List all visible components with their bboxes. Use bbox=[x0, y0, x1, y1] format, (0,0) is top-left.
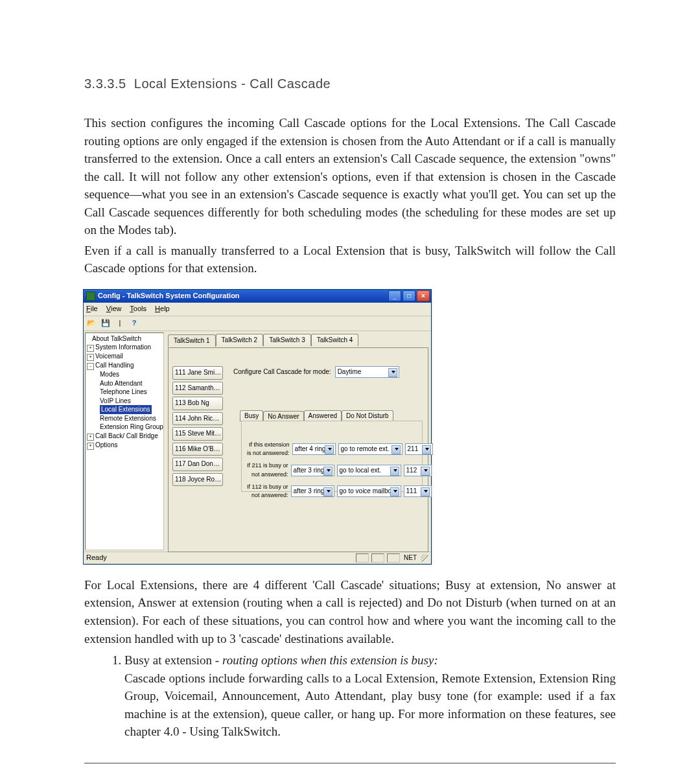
toolbar: 📂 💾 | ? bbox=[84, 316, 431, 331]
row-label: If 112 is busy ornot answered: bbox=[247, 483, 288, 500]
intro-paragraph-1: This section configures the incoming Cal… bbox=[84, 114, 616, 239]
minimize-button[interactable]: _ bbox=[388, 290, 401, 301]
tree-callhandling[interactable]: -Call Handling bbox=[87, 361, 162, 370]
extension-button[interactable]: 113 Bob Ng bbox=[172, 397, 223, 410]
status-cell bbox=[387, 553, 400, 563]
status-cell bbox=[371, 553, 384, 563]
close-button[interactable]: × bbox=[417, 290, 430, 301]
window-title: Config - TalkSwitch System Configuration bbox=[98, 291, 240, 301]
list-item-head: Busy at extension - bbox=[124, 653, 222, 667]
tree-options[interactable]: +Options bbox=[87, 441, 162, 450]
list-item-italic: routing options when this extension is b… bbox=[222, 653, 438, 667]
tab-answered[interactable]: Answered bbox=[304, 410, 342, 422]
expand-icon[interactable]: + bbox=[87, 443, 94, 450]
tree-voicemail[interactable]: +Voicemail bbox=[87, 352, 162, 361]
screenshot: Config - TalkSwitch System Configuration… bbox=[84, 289, 616, 564]
save-icon[interactable]: 💾 bbox=[100, 318, 111, 329]
window-buttons: _ □ × bbox=[388, 290, 430, 301]
extension-button[interactable]: 111 Jane Smi… bbox=[172, 366, 223, 380]
status-ready: Ready bbox=[86, 553, 107, 563]
cascade-tabs: Busy No Answer Answered Do Not Disturb bbox=[240, 410, 393, 422]
collapse-icon[interactable]: - bbox=[87, 363, 94, 370]
tree-callback[interactable]: +Call Back/ Call Bridge bbox=[87, 432, 162, 441]
app-icon bbox=[86, 292, 95, 301]
extension-button[interactable]: 112 Samanth… bbox=[172, 382, 223, 395]
tab-talkswitch-4[interactable]: TalkSwitch 4 bbox=[311, 334, 359, 347]
tab-do-not-disturb[interactable]: Do Not Disturb bbox=[342, 410, 393, 422]
cascade-box: If this extensionis not answered: after … bbox=[241, 421, 423, 492]
extension-list: 111 Jane Smi… 112 Samanth… 113 Bob Ng 11… bbox=[172, 366, 223, 486]
app-window: Config - TalkSwitch System Configuration… bbox=[83, 289, 432, 564]
ext-dropdown[interactable]: 211 bbox=[405, 443, 433, 455]
tab-busy[interactable]: Busy bbox=[240, 410, 263, 422]
tree-sysinfo[interactable]: +System Information bbox=[87, 343, 162, 352]
status-cells: NET bbox=[356, 553, 428, 563]
menu-tools[interactable]: Tools bbox=[130, 305, 146, 312]
menu-help[interactable]: Help bbox=[155, 305, 170, 312]
menu-view[interactable]: View bbox=[106, 305, 122, 312]
tab-talkswitch-2[interactable]: TalkSwitch 2 bbox=[216, 334, 264, 347]
status-cell bbox=[356, 553, 369, 563]
action-dropdown[interactable]: go to local ext. bbox=[337, 465, 401, 476]
section-number: 3.3.3.5 bbox=[84, 76, 126, 91]
list-item-body: Cascade options include forwarding calls… bbox=[124, 671, 616, 739]
tree-remote-extensions[interactable]: Remote Extensions bbox=[87, 414, 162, 423]
section-title: Local Extensions - Call Cascade bbox=[134, 76, 331, 91]
document-page: 3.3.3.5 Local Extensions - Call Cascade … bbox=[0, 0, 700, 768]
tab-talkswitch-1[interactable]: TalkSwitch 1 bbox=[168, 334, 216, 347]
expand-icon[interactable]: + bbox=[87, 434, 94, 441]
expand-icon[interactable]: + bbox=[87, 354, 94, 361]
page-footer: 3.0 Configuring TalkSwitch 55 bbox=[84, 763, 616, 768]
action-dropdown[interactable]: go to remote ext. bbox=[338, 443, 402, 455]
nav-tree[interactable]: About TalkSwitch +System Information +Vo… bbox=[85, 332, 164, 550]
extension-button[interactable]: 118 Joyce Ro… bbox=[172, 473, 223, 487]
mode-chooser: Configure Call Cascade for mode: Daytime bbox=[233, 366, 399, 378]
cascade-list: Busy at extension - routing options when… bbox=[124, 651, 616, 741]
extension-button[interactable]: 115 Steve Mit… bbox=[172, 427, 223, 441]
help-icon[interactable]: ? bbox=[129, 318, 139, 329]
intro-paragraph-2: Even if a call is manually transferred t… bbox=[84, 242, 616, 277]
rings-dropdown[interactable]: after 4 rings bbox=[292, 443, 336, 455]
tree-voip-lines[interactable]: VoIP Lines bbox=[87, 397, 162, 406]
action-dropdown[interactable]: go to voice mailbox bbox=[337, 485, 401, 497]
tree-modes[interactable]: Modes bbox=[87, 370, 162, 379]
section-heading: 3.3.3.5 Local Extensions - Call Cascade bbox=[84, 75, 616, 93]
cascade-row: If this extensionis not answered: after … bbox=[247, 441, 417, 458]
ext-dropdown[interactable]: 111 bbox=[404, 485, 432, 497]
titlebar[interactable]: Config - TalkSwitch System Configuration… bbox=[84, 290, 431, 303]
rings-dropdown[interactable]: after 3 rings bbox=[291, 485, 334, 497]
extension-button[interactable]: 114 John Ric… bbox=[172, 412, 223, 426]
main-pane: TalkSwitch 1 TalkSwitch 2 TalkSwitch 3 T… bbox=[165, 331, 431, 552]
row-label: If this extensionis not answered: bbox=[247, 441, 290, 458]
tree-about[interactable]: About TalkSwitch bbox=[87, 334, 162, 343]
cascade-row: If 211 is busy ornot answered: after 3 r… bbox=[247, 461, 417, 478]
rings-dropdown[interactable]: after 3 rings bbox=[291, 465, 334, 476]
tree-ring-groups[interactable]: Extension Ring Groups bbox=[87, 423, 162, 432]
expand-icon[interactable]: + bbox=[87, 345, 94, 352]
toolbar-separator: | bbox=[115, 318, 125, 329]
statusbar: Ready NET bbox=[84, 552, 431, 564]
list-item: Busy at extension - routing options when… bbox=[124, 651, 616, 741]
maximize-button[interactable]: □ bbox=[402, 290, 415, 301]
tab-talkswitch-3[interactable]: TalkSwitch 3 bbox=[263, 334, 311, 347]
mode-label: Configure Call Cascade for mode: bbox=[233, 367, 331, 377]
extension-button[interactable]: 116 Mike O'B… bbox=[172, 443, 223, 456]
tree-local-extensions[interactable]: Local Extensions bbox=[87, 405, 162, 414]
tree-telephone-lines[interactable]: Telephone Lines bbox=[87, 388, 162, 397]
cascade-row: If 112 is busy ornot answered: after 3 r… bbox=[247, 483, 417, 500]
menu-file[interactable]: File bbox=[86, 305, 98, 312]
tab-body: 111 Jane Smi… 112 Samanth… 113 Bob Ng 11… bbox=[168, 347, 428, 552]
mode-dropdown[interactable]: Daytime bbox=[335, 366, 399, 378]
window-body: About TalkSwitch +System Information +Vo… bbox=[84, 331, 431, 552]
menubar[interactable]: File View Tools Help bbox=[84, 303, 431, 316]
post-paragraph: For Local Extensions, there are 4 differ… bbox=[84, 576, 616, 647]
tree-autoattendant[interactable]: Auto Attendant bbox=[87, 379, 162, 388]
open-icon[interactable]: 📂 bbox=[86, 318, 97, 329]
extension-button[interactable]: 117 Dan Don… bbox=[172, 458, 223, 471]
row-label: If 211 is busy ornot answered: bbox=[247, 461, 288, 478]
ext-dropdown[interactable]: 112 bbox=[404, 465, 432, 476]
resize-grip-icon[interactable] bbox=[421, 554, 428, 562]
unit-tabs: TalkSwitch 1 TalkSwitch 2 TalkSwitch 3 T… bbox=[168, 334, 428, 347]
status-net: NET bbox=[402, 553, 418, 563]
